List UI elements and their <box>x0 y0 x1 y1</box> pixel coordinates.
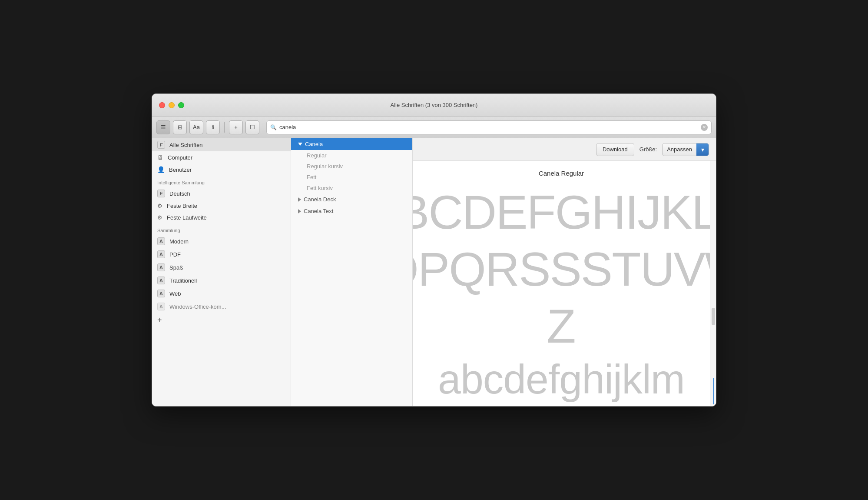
size-label: Größe: <box>639 146 657 153</box>
expand-icon-canela-text <box>298 209 301 213</box>
scrollbar-thumb[interactable] <box>712 308 715 325</box>
search-icon: 🔍 <box>270 124 277 130</box>
font-face-label-fett: Fett <box>307 174 316 180</box>
preview-line-uppercase-1: ABCDEFGHIJKLM <box>413 186 710 238</box>
list-icon: ☰ <box>161 124 166 130</box>
sidebar-label-alle-schriften: Alle Schriften <box>169 142 203 148</box>
toolbar-separator <box>224 122 225 133</box>
sidebar-item-benutzer[interactable]: 👤 Benutzer <box>152 163 291 176</box>
font-face-fett-kursiv[interactable]: Fett kursiv <box>291 183 412 193</box>
sidebar-label-computer: Computer <box>168 154 192 161</box>
preview-line-lowercase-1: abcdefghijklm <box>438 357 685 402</box>
download-button[interactable]: Download <box>596 143 634 156</box>
font-icon-windows: A <box>157 303 165 310</box>
size-dropdown-value: Anpassen <box>663 146 696 153</box>
app-window: Alle Schriften (3 von 300 Schriften) ☰ ⊞… <box>152 93 716 407</box>
list-view-button[interactable]: ☰ <box>156 120 170 134</box>
sidebar-item-windows[interactable]: A Windows-Office-kom... <box>152 300 291 313</box>
person-icon: 👤 <box>157 166 165 173</box>
font-icon-web: A <box>157 290 165 297</box>
clear-search-button[interactable]: ✕ <box>701 124 708 131</box>
scrollbar-track <box>712 163 715 404</box>
sidebar: F Alle Schriften 🖥 Computer 👤 Benutzer I… <box>152 138 291 406</box>
sidebar-item-pdf[interactable]: A PDF <box>152 248 291 261</box>
font-aa-icon: Aa <box>193 124 200 130</box>
add-icon: + <box>157 316 162 325</box>
grid-view-button[interactable]: ⊞ <box>173 120 187 134</box>
sidebar-item-web[interactable]: A Web <box>152 287 291 300</box>
font-icon-pdf: A <box>157 250 165 258</box>
square-icon: ☐ <box>250 124 255 130</box>
sidebar-item-computer[interactable]: 🖥 Computer <box>152 151 291 163</box>
sidebar-label-feste-breite: Feste Breite <box>167 203 197 209</box>
size-dropdown[interactable]: Anpassen <box>662 143 709 156</box>
info-button[interactable]: ℹ <box>206 120 220 134</box>
font-icon-deutsch: F <box>157 190 165 197</box>
sidebar-label-spas: Spaß <box>169 264 183 271</box>
sidebar-label-deutsch: Deutsch <box>169 190 190 197</box>
gear-icon-breite: ⚙ <box>157 203 162 209</box>
preview-toolbar: Download Größe: Anpassen <box>413 138 716 161</box>
size-dropdown-arrow[interactable] <box>696 143 709 156</box>
font-face-regular-kursiv[interactable]: Regular kursiv <box>291 161 412 172</box>
toolbar: ☰ ⊞ Aa ℹ + ☐ 🔍 ✕ <box>152 117 716 138</box>
sidebar-item-traditionell[interactable]: A Traditionell <box>152 274 291 287</box>
sidebar-label-traditionell: Traditionell <box>169 277 197 284</box>
preview-scrollbar[interactable] <box>710 161 716 406</box>
preview-line-uppercase-2: ONOPQRSSSTUVWXY <box>413 243 710 295</box>
close-button[interactable] <box>159 102 165 108</box>
gear-icon-laufweite: ⚙ <box>157 214 162 221</box>
font-icon-alle: F <box>157 141 165 149</box>
font-face-regular[interactable]: Regular <box>291 150 412 161</box>
font-list-panel: Canela Regular Regular kursiv Fett Fett … <box>291 138 413 406</box>
monitor-icon: 🖥 <box>157 154 163 161</box>
font-face-fett[interactable]: Fett <box>291 172 412 183</box>
search-box: 🔍 ✕ <box>266 120 712 134</box>
window-title: Alle Schriften (3 von 300 Schriften) <box>391 102 478 108</box>
sidebar-item-alle-schriften[interactable]: F Alle Schriften <box>152 138 291 151</box>
grid-icon: ⊞ <box>178 124 182 130</box>
font-family-canela-deck[interactable]: Canela Deck <box>291 193 412 205</box>
preview-line-uppercase-3: Z <box>547 300 576 352</box>
scrollbar-line <box>713 378 714 404</box>
font-family-canela[interactable]: Canela <box>291 138 412 150</box>
minimize-button[interactable] <box>169 102 175 108</box>
preview-panel: Download Größe: Anpassen Canela Regular … <box>413 138 716 406</box>
preview-text-area: Canela Regular ABCDEFGHIJKLM ONOPQRSSSTU… <box>413 161 710 406</box>
expand-icon-canela-deck <box>298 197 301 202</box>
font-face-label-regular-kursiv: Regular kursiv <box>307 163 343 170</box>
font-icon-spas: A <box>157 263 165 271</box>
font-family-label-canela: Canela <box>305 141 323 147</box>
titlebar: Alle Schriften (3 von 300 Schriften) <box>152 94 716 117</box>
sidebar-item-feste-breite[interactable]: ⚙ Feste Breite <box>152 200 291 212</box>
sidebar-item-deutsch[interactable]: F Deutsch <box>152 187 291 200</box>
view-mode-button[interactable]: ☐ <box>245 120 259 134</box>
sidebar-label-feste-laufweite: Feste Laufweite <box>167 214 207 221</box>
preview-font-name: Canela Regular <box>539 170 584 177</box>
font-preview-button[interactable]: Aa <box>189 120 203 134</box>
search-input[interactable] <box>279 124 698 130</box>
sidebar-item-modern[interactable]: A Modern <box>152 235 291 248</box>
sidebar-label-benutzer: Benutzer <box>169 167 192 173</box>
sidebar-label-modern: Modern <box>169 238 189 245</box>
expand-icon-canela <box>298 143 302 146</box>
section-header-intelligente: Intelligente Sammlung <box>152 176 291 187</box>
traffic-lights <box>159 102 184 108</box>
sidebar-label-pdf: PDF <box>169 251 181 258</box>
sidebar-item-feste-laufweite[interactable]: ⚙ Feste Laufweite <box>152 212 291 223</box>
font-icon-modern: A <box>157 237 165 245</box>
font-family-canela-text[interactable]: Canela Text <box>291 205 412 217</box>
preview-content: Canela Regular ABCDEFGHIJKLM ONOPQRSSSTU… <box>413 161 716 406</box>
font-face-label-fett-kursiv: Fett kursiv <box>307 185 333 191</box>
main-content: F Alle Schriften 🖥 Computer 👤 Benutzer I… <box>152 138 716 406</box>
add-font-button[interactable]: + <box>229 120 243 134</box>
section-header-sammlung: Sammlung <box>152 223 291 235</box>
info-icon: ℹ <box>212 124 214 130</box>
maximize-button[interactable] <box>178 102 184 108</box>
sidebar-label-web: Web <box>169 290 181 297</box>
sidebar-label-windows: Windows-Office-kom... <box>169 303 226 310</box>
font-family-label-canela-text: Canela Text <box>304 208 333 214</box>
font-face-label-regular: Regular <box>307 152 327 159</box>
add-collection-button[interactable]: + <box>152 313 291 327</box>
sidebar-item-spas[interactable]: A Spaß <box>152 261 291 274</box>
